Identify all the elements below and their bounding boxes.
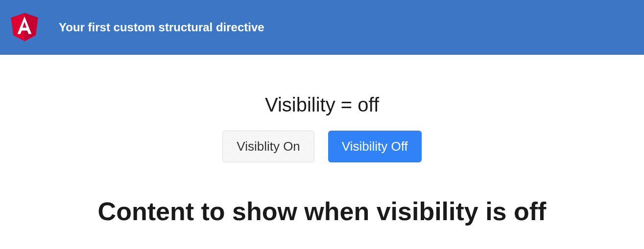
visibility-status-label: Visibility = off <box>0 94 644 116</box>
visibility-button-group: Visiblity On Visibility Off <box>0 131 644 162</box>
angular-shield-svg <box>10 12 39 41</box>
main-content: Visibility = off Visiblity On Visibility… <box>0 55 644 226</box>
visibility-off-button[interactable]: Visibility Off <box>328 131 422 162</box>
header-title: Your first custom structural directive <box>59 21 264 34</box>
angular-logo-icon <box>10 12 39 43</box>
visibility-on-button[interactable]: Visiblity On <box>222 131 314 162</box>
app-header: Your first custom structural directive <box>0 0 644 55</box>
content-message: Content to show when visibility is off <box>0 197 644 226</box>
